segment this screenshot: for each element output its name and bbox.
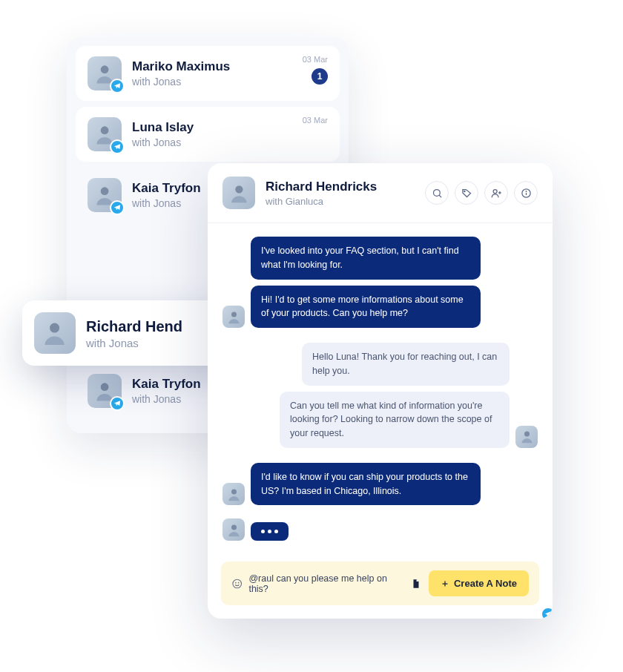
search-icon	[432, 188, 443, 199]
search-button[interactable]	[425, 181, 449, 205]
composer-text[interactable]: @raul can you please me help on this?	[248, 573, 403, 594]
svg-point-2	[101, 187, 109, 195]
svg-point-7	[433, 189, 440, 196]
avatar	[34, 312, 76, 354]
message-customer: I've looked into your FAQ section, but I…	[251, 237, 481, 280]
telegram-icon	[110, 396, 125, 411]
svg-point-10	[493, 189, 497, 193]
unread-badge: 1	[312, 68, 328, 85]
message-avatar	[222, 518, 245, 541]
avatar	[222, 177, 255, 209]
chat-panel: Richard Hendricks with Gianluca I've loo…	[208, 163, 553, 619]
emoji-icon[interactable]	[231, 578, 243, 590]
tag-button[interactable]	[455, 181, 478, 205]
attachment-icon[interactable]	[411, 579, 421, 589]
svg-point-1	[101, 126, 109, 134]
svg-point-18	[231, 489, 237, 494]
telegram-icon	[110, 79, 125, 93]
message-avatar	[515, 426, 538, 448]
chat-header: Richard Hendricks with Gianluca	[208, 163, 553, 223]
plus-icon	[441, 579, 449, 588]
svg-point-9	[464, 191, 464, 191]
svg-point-16	[231, 312, 237, 317]
avatar	[88, 117, 122, 151]
chat-assignee: with Gianluca	[266, 196, 425, 207]
svg-line-8	[439, 195, 441, 197]
message-customer: I'd like to know if you can ship your pr…	[251, 463, 481, 506]
svg-point-19	[231, 524, 237, 530]
info-button[interactable]	[514, 181, 538, 205]
add-person-button[interactable]	[484, 181, 508, 205]
svg-point-15	[526, 191, 527, 191]
avatar	[88, 178, 122, 212]
conversation-item[interactable]: Mariko Maximus with Jonas 03 Mar 1	[76, 46, 340, 101]
telegram-icon	[110, 200, 125, 215]
message-avatar	[222, 306, 245, 328]
avatar	[88, 56, 122, 90]
tag-icon	[461, 188, 472, 199]
composer: @raul can you please me help on this? Cr…	[221, 561, 539, 605]
svg-point-21	[235, 582, 236, 583]
conversation-assignee: with Jonas	[132, 76, 328, 88]
svg-point-0	[101, 65, 109, 73]
conversation-date: 03 Mar	[303, 116, 328, 125]
info-icon	[521, 188, 532, 199]
svg-point-20	[233, 579, 242, 588]
conversation-item[interactable]: Luna Islay with Jonas 03 Mar	[76, 107, 340, 162]
svg-point-4	[101, 383, 109, 391]
avatar	[88, 374, 122, 408]
typing-indicator	[251, 522, 289, 541]
message-avatar	[222, 483, 245, 505]
telegram-icon	[541, 607, 553, 619]
conversation-name: Luna Islay	[132, 120, 328, 135]
svg-point-6	[235, 185, 243, 193]
message-customer: Hi! I'd to get some more informations ab…	[251, 286, 481, 329]
message-agent: Hello Luna! Thank you for reaching out, …	[302, 343, 510, 386]
create-note-label: Create A Note	[454, 578, 517, 589]
create-note-button[interactable]: Create A Note	[429, 570, 529, 596]
svg-point-17	[524, 432, 530, 437]
conversation-date: 03 Mar	[303, 55, 328, 64]
conversation-assignee: with Jonas	[132, 136, 328, 148]
message-agent: Can you tell me what kind of information…	[280, 392, 510, 448]
chat-messages: I've looked into your FAQ section, but I…	[208, 223, 553, 554]
telegram-icon	[110, 139, 125, 154]
conversation-name: Mariko Maximus	[132, 59, 328, 74]
chat-contact-name: Richard Hendricks	[266, 179, 425, 194]
svg-point-22	[238, 582, 239, 583]
svg-point-5	[50, 323, 59, 333]
person-add-icon	[491, 188, 502, 199]
